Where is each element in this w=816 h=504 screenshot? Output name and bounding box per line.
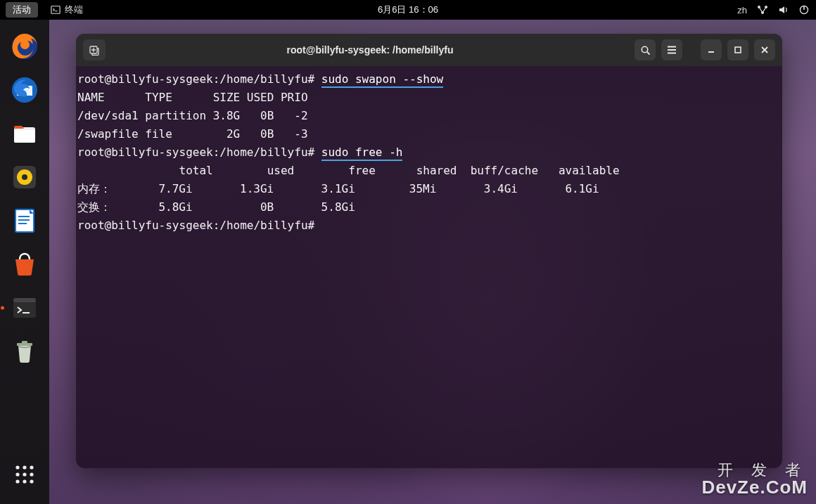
free-row: 内存： 7.7Gi 1.3Gi 3.1Gi 35Mi 3.4Gi 6.1Gi <box>77 182 599 195</box>
activities-button[interactable]: 活动 <box>6 2 38 18</box>
svg-rect-15 <box>18 219 30 221</box>
software-store-icon[interactable] <box>8 247 42 281</box>
watermark-line2: DevZe.CoM <box>701 478 808 497</box>
swapon-row: /swapfile file 2G 0B -3 <box>77 127 308 141</box>
watermark: 开 发 者 DevZe.CoM <box>701 462 808 497</box>
prompt: root@billyfu-sysgeek:/home/billyfu# <box>77 219 314 232</box>
swapon-header: NAME TYPE SIZE USED PRIO <box>77 91 308 104</box>
gnome-top-bar: 活动 终端 6月6日 16：06 zh <box>0 0 816 20</box>
system-tray: zh <box>737 5 809 15</box>
hamburger-menu-button[interactable] <box>661 39 682 60</box>
terminal-titlebar: root@billyfu-sysgeek: /home/billyfu <box>76 34 782 66</box>
free-row: 交换： 5.8Gi 0B 5.8Gi <box>77 200 355 214</box>
svg-point-21 <box>15 465 19 469</box>
new-tab-button[interactable] <box>83 39 106 60</box>
svg-rect-20 <box>22 341 27 344</box>
svg-point-28 <box>23 479 26 483</box>
input-method-indicator[interactable]: zh <box>737 5 747 15</box>
close-button[interactable] <box>754 39 775 60</box>
svg-point-27 <box>15 479 19 483</box>
show-applications-button[interactable] <box>8 458 42 491</box>
minimize-icon <box>707 46 715 54</box>
libreoffice-writer-icon[interactable] <box>8 204 42 238</box>
svg-point-12 <box>22 174 27 180</box>
current-app-indicator[interactable]: 终端 <box>51 4 83 16</box>
swapon-row: /dev/sda1 partition 3.8G 0B -2 <box>77 109 308 122</box>
svg-point-26 <box>30 472 33 476</box>
trash-icon[interactable] <box>8 335 42 368</box>
svg-rect-16 <box>18 223 27 224</box>
minimize-button[interactable] <box>701 39 722 60</box>
maximize-button[interactable] <box>727 39 748 60</box>
prompt: root@billyfu-sysgeek:/home/billyfu# <box>77 146 314 159</box>
command-1: sudo swapon --show <box>321 72 443 88</box>
svg-point-22 <box>23 465 26 469</box>
svg-rect-37 <box>735 47 741 53</box>
free-header: total used free shared buff/cache availa… <box>77 164 620 177</box>
terminal-body[interactable]: root@billyfu-sysgeek:/home/billyfu# sudo… <box>76 66 782 468</box>
terminal-title: root@billyfu-sysgeek: /home/billyfu <box>111 44 629 56</box>
prompt: root@billyfu-sysgeek:/home/billyfu# <box>77 72 314 86</box>
dock <box>0 20 49 504</box>
files-icon[interactable] <box>8 117 42 150</box>
svg-point-29 <box>30 479 33 483</box>
svg-point-23 <box>30 465 33 469</box>
close-icon <box>760 46 769 54</box>
new-tab-icon <box>89 44 100 56</box>
thunderbird-icon[interactable] <box>8 73 42 107</box>
svg-rect-0 <box>51 6 60 14</box>
clock[interactable]: 6月6日 16：06 <box>378 4 438 16</box>
volume-icon[interactable] <box>778 5 789 15</box>
rhythmbox-icon[interactable] <box>8 160 42 194</box>
watermark-line1: 开 发 者 <box>701 462 808 478</box>
svg-line-32 <box>647 52 650 55</box>
command-2: sudo free -h <box>321 146 403 161</box>
firefox-icon[interactable] <box>8 30 42 63</box>
svg-point-24 <box>15 472 19 476</box>
svg-point-31 <box>642 46 647 52</box>
current-app-name: 终端 <box>65 4 83 16</box>
svg-point-25 <box>23 472 26 476</box>
svg-rect-9 <box>14 130 35 143</box>
network-icon[interactable] <box>757 5 768 15</box>
terminal-small-icon <box>51 5 60 15</box>
hamburger-icon <box>667 46 677 54</box>
svg-rect-18 <box>13 298 36 302</box>
svg-rect-14 <box>18 216 30 217</box>
maximize-icon <box>734 46 742 54</box>
terminal-window: root@billyfu-sysgeek: /home/billyfu root… <box>76 34 782 468</box>
search-icon <box>640 45 651 56</box>
power-icon[interactable] <box>799 5 809 15</box>
terminal-icon[interactable] <box>8 291 42 325</box>
search-button[interactable] <box>635 39 656 60</box>
